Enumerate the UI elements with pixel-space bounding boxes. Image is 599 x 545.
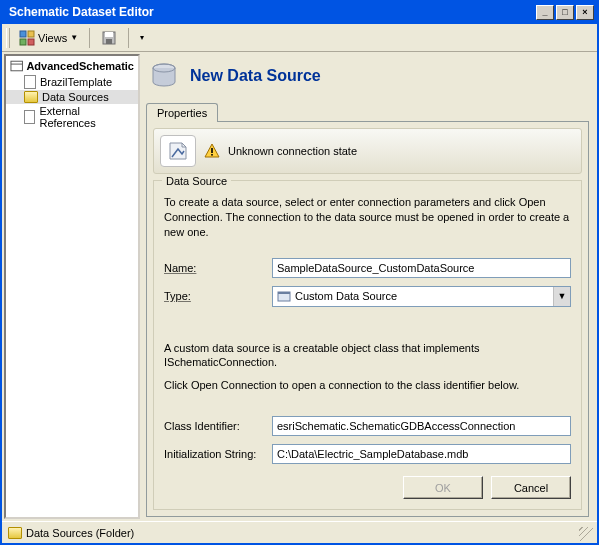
svg-rect-11	[211, 148, 213, 153]
type-value: Custom Data Source	[295, 290, 397, 302]
tab-strip: Properties	[146, 102, 589, 121]
init-string-row: Initialization String:	[164, 444, 571, 464]
chevron-down-icon: ▼	[70, 33, 78, 42]
type-row: Type: Custom Data Source ▼	[164, 286, 571, 307]
folder-icon	[24, 91, 38, 103]
data-source-description: To create a data source, select or enter…	[164, 195, 571, 240]
content-panel: New Data Source Properties Unknown conne…	[142, 52, 597, 521]
ok-button: OK	[403, 476, 483, 499]
connection-status-row: Unknown connection state	[153, 128, 582, 174]
views-menu-button[interactable]: Views ▼	[14, 27, 83, 49]
views-icon	[19, 30, 35, 46]
content-header: New Data Source	[146, 56, 589, 102]
toolbar-separator	[89, 28, 90, 48]
toolbar-overflow-button[interactable]: ▾	[135, 27, 149, 49]
tree-root-node[interactable]: AdvancedSchematic	[6, 58, 138, 74]
connection-status-icon	[160, 135, 196, 167]
custom-source-icon	[277, 289, 291, 303]
data-source-icon	[148, 60, 180, 92]
svg-rect-2	[20, 39, 26, 45]
link-icon	[24, 110, 35, 124]
tree-item-external-references[interactable]: External References	[6, 104, 138, 130]
data-source-group: Data Source To create a data source, sel…	[153, 180, 582, 510]
custom-source-desc-1: A custom data source is a creatable obje…	[164, 341, 571, 371]
tree-item-label: External References	[39, 105, 134, 129]
dataset-icon	[10, 59, 23, 73]
tree-item-data-sources[interactable]: Data Sources	[6, 90, 138, 104]
toolbar-grip	[6, 28, 10, 48]
svg-rect-5	[105, 32, 113, 37]
cancel-button[interactable]: Cancel	[491, 476, 571, 499]
svg-rect-12	[211, 154, 213, 156]
name-row: Name:	[164, 258, 571, 278]
chevron-down-icon-3[interactable]: ▼	[553, 287, 570, 306]
chevron-down-icon-2: ▾	[140, 33, 144, 42]
warning-icon	[204, 143, 220, 159]
page-title: New Data Source	[190, 67, 321, 85]
properties-panel: Unknown connection state Data Source To …	[146, 121, 589, 517]
connection-status-text: Unknown connection state	[228, 145, 357, 157]
svg-rect-1	[28, 31, 34, 37]
template-icon	[24, 75, 36, 89]
svg-rect-3	[28, 39, 34, 45]
custom-source-desc-2: Click Open Connection to open a connecti…	[164, 378, 571, 393]
toolbar: Views ▼ ▾	[2, 24, 597, 52]
svg-rect-7	[11, 61, 22, 71]
tree-item-label: Data Sources	[42, 91, 109, 103]
tree-item-braziltemplate[interactable]: BrazilTemplate	[6, 74, 138, 90]
svg-rect-0	[20, 31, 26, 37]
save-icon	[101, 30, 117, 46]
tree-panel[interactable]: AdvancedSchematic BrazilTemplate Data So…	[4, 54, 140, 519]
svg-rect-14	[278, 292, 290, 294]
views-label: Views	[38, 32, 67, 44]
type-label: Type:	[164, 290, 266, 302]
dialog-button-row: OK Cancel	[164, 476, 571, 499]
minimize-button[interactable]: _	[536, 5, 554, 20]
maximize-button[interactable]: □	[556, 5, 574, 20]
class-id-row: Class Identifier:	[164, 416, 571, 436]
svg-rect-6	[106, 39, 112, 44]
window-title: Schematic Dataset Editor	[9, 5, 534, 19]
status-bar: Data Sources (Folder)	[2, 521, 597, 543]
name-label: Name:	[164, 262, 266, 274]
init-string-input[interactable]	[272, 444, 571, 464]
toolbar-separator-2	[128, 28, 129, 48]
data-source-legend: Data Source	[162, 175, 231, 187]
folder-icon-status	[8, 527, 22, 539]
resize-grip[interactable]	[579, 527, 593, 541]
save-button[interactable]	[96, 27, 122, 49]
init-string-label: Initialization String:	[164, 448, 266, 460]
class-id-label: Class Identifier:	[164, 420, 266, 432]
type-combobox[interactable]: Custom Data Source ▼	[272, 286, 571, 307]
main-area: AdvancedSchematic BrazilTemplate Data So…	[2, 52, 597, 521]
name-input[interactable]	[272, 258, 571, 278]
tree-item-label: BrazilTemplate	[40, 76, 112, 88]
close-button[interactable]: ×	[576, 5, 594, 20]
tree-root-label: AdvancedSchematic	[26, 60, 134, 72]
tab-properties[interactable]: Properties	[146, 103, 218, 122]
status-bar-text: Data Sources (Folder)	[26, 527, 134, 539]
class-id-input[interactable]	[272, 416, 571, 436]
window-titlebar: Schematic Dataset Editor _ □ ×	[2, 0, 597, 24]
